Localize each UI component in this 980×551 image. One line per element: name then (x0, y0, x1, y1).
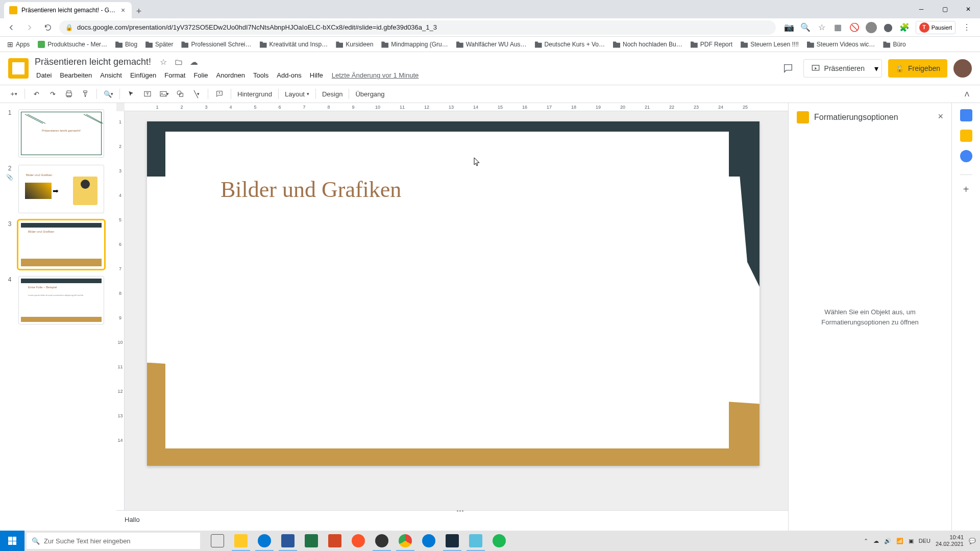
slide-canvas[interactable]: Bilder und Grafiken (147, 121, 760, 466)
network-icon[interactable]: 📶 (896, 538, 903, 544)
excel-icon[interactable] (300, 531, 323, 551)
slide-thumbnail[interactable]: Bilder und Grafiken➡ (18, 165, 104, 213)
bookmark-item[interactable]: Produktsuche - Mer… (35, 39, 110, 50)
document-title[interactable]: Präsentieren leicht gemacht! (33, 56, 153, 68)
apps-shortcut[interactable]: ⊞Apps (4, 38, 33, 51)
paint-format-button[interactable] (78, 87, 92, 101)
calendar-icon[interactable] (960, 109, 972, 121)
bookmark-item[interactable]: Steuern Lesen !!!! (738, 39, 802, 50)
move-document-icon[interactable] (174, 57, 184, 67)
taskbar-search[interactable]: 🔍 Zur Suche Text hier eingeben (27, 533, 200, 549)
browser-tab[interactable]: Präsentieren leicht gemacht! - G… × (4, 2, 132, 18)
new-slide-button[interactable]: ＋▾ (6, 87, 20, 101)
transition-button[interactable]: Übergang (353, 87, 386, 101)
bookmark-item[interactable]: Büro (880, 39, 909, 50)
undo-button[interactable]: ↶ (29, 87, 43, 101)
bookmark-item[interactable]: Deutsche Kurs + Vo… (532, 39, 608, 50)
close-window-button[interactable]: ✕ (957, 0, 980, 18)
reload-button[interactable] (41, 20, 55, 35)
menu-add-ons[interactable]: Add-ons (273, 69, 305, 81)
design-button[interactable]: Design (320, 87, 345, 101)
back-button[interactable] (4, 20, 18, 35)
menu-einfügen[interactable]: Einfügen (127, 69, 160, 81)
redo-button[interactable]: ↷ (45, 87, 60, 101)
edge-icon[interactable] (418, 531, 440, 551)
slide-thumbnail[interactable]: Erste Folie – BeispielLorem ipsum dolor … (18, 276, 104, 324)
bookmark-item[interactable]: Wahlfächer WU Aus… (453, 39, 530, 50)
zoom-icon[interactable]: 🔍 (800, 22, 811, 33)
onedrive-icon[interactable]: ☁ (873, 538, 879, 544)
zoom-button[interactable]: 🔍▾ (101, 87, 115, 101)
slide-title[interactable]: Bilder und Grafiken (220, 177, 401, 203)
layout-button[interactable]: Layout▾ (283, 87, 311, 101)
slides-logo-icon[interactable] (8, 58, 29, 79)
slide-thumbnail[interactable]: Bilder und Grafiken (18, 220, 104, 269)
present-dropdown[interactable]: ▾ (872, 59, 882, 78)
forward-button[interactable] (22, 20, 37, 35)
canvas-scroll[interactable]: Bilder und Grafiken (116, 111, 788, 510)
add-addon-icon[interactable]: + (960, 183, 972, 195)
star-icon[interactable]: ☆ (817, 22, 827, 33)
maximize-button[interactable]: ▢ (933, 0, 957, 18)
start-button[interactable] (0, 531, 24, 551)
minimize-button[interactable]: ─ (910, 0, 933, 18)
keep-icon[interactable] (960, 130, 972, 142)
bookmark-item[interactable]: Kursideen (333, 39, 376, 50)
blocker-icon[interactable]: 🚫 (849, 22, 860, 33)
present-button[interactable]: Präsentieren (803, 59, 872, 78)
clock[interactable]: 10:41 24.02.2021 (936, 534, 964, 547)
menu-hilfe[interactable]: Hilfe (306, 69, 327, 81)
volume-icon[interactable]: 🔊 (884, 538, 891, 544)
comment-tool[interactable] (212, 87, 227, 101)
brave-icon[interactable] (347, 531, 370, 551)
loom-icon[interactable]: ⬤ (883, 22, 893, 33)
menu-ansicht[interactable]: Ansicht (96, 69, 126, 81)
bookmark-item[interactable]: Später (142, 39, 176, 50)
powerpoint-icon[interactable] (324, 531, 346, 551)
bookmark-item[interactable]: Noch hochladen Bu… (610, 39, 685, 50)
bookmark-item[interactable]: Mindmapping (Gru… (378, 39, 451, 50)
qr-icon[interactable]: ▦ (833, 22, 843, 33)
chrome-icon[interactable] (394, 531, 416, 551)
extensions-icon[interactable]: 🧩 (899, 22, 910, 33)
star-document-icon[interactable]: ☆ (158, 57, 168, 67)
menu-anordnen[interactable]: Anordnen (213, 69, 249, 81)
line-tool[interactable]: ╲▾ (189, 87, 204, 101)
last-edit-link[interactable]: Letzte Änderung vor 1 Minute (328, 69, 423, 81)
menu-datei[interactable]: Datei (33, 69, 55, 81)
spotify-icon[interactable] (488, 531, 510, 551)
task-view-icon[interactable] (206, 531, 229, 551)
image-tool[interactable]: ▾ (157, 87, 171, 101)
edge-legacy-icon[interactable] (253, 531, 276, 551)
streamdeck-icon[interactable] (441, 531, 463, 551)
slide-thumbnail[interactable]: Präsentieren leicht gemacht! (18, 109, 104, 158)
bookmark-item[interactable]: Kreativität und Insp… (257, 39, 331, 50)
tray-chevron-icon[interactable]: ⌃ (864, 538, 868, 544)
bookmark-item[interactable]: Blog (112, 39, 140, 50)
notepad-icon[interactable] (464, 531, 487, 551)
extension-pin-icon[interactable] (866, 22, 877, 33)
menu-bearbeiten[interactable]: Bearbeiten (56, 69, 95, 81)
share-button[interactable]: 🔒 Freigeben (888, 59, 947, 78)
notes-resize-handle[interactable] (452, 509, 468, 513)
select-tool[interactable] (124, 87, 138, 101)
obs-icon[interactable] (371, 531, 393, 551)
shape-tool[interactable] (173, 87, 187, 101)
cloud-status-icon[interactable]: ☁ (189, 57, 199, 67)
camera-icon[interactable]: 📷 (784, 22, 794, 33)
notes-text[interactable]: Hallo (125, 516, 140, 523)
print-button[interactable] (62, 87, 76, 101)
tasks-icon[interactable] (960, 150, 972, 162)
comments-button[interactable] (779, 59, 797, 78)
bookmark-item[interactable]: Professionell Schrei… (178, 39, 254, 50)
collapse-toolbar-icon[interactable]: ᐱ (960, 87, 974, 101)
notifications-icon[interactable]: 💬 (969, 538, 976, 544)
chrome-menu-icon[interactable]: ⋮ (962, 22, 972, 33)
word-icon[interactable] (277, 531, 299, 551)
filmstrip[interactable]: 1Präsentieren leicht gemacht!2📎Bilder un… (0, 103, 116, 536)
close-panel-icon[interactable]: × (938, 111, 943, 122)
menu-tools[interactable]: Tools (250, 69, 272, 81)
account-avatar[interactable] (953, 59, 972, 78)
menu-format[interactable]: Format (161, 69, 189, 81)
address-bar[interactable]: 🔒 docs.google.com/presentation/d/1yV372S… (59, 20, 776, 35)
